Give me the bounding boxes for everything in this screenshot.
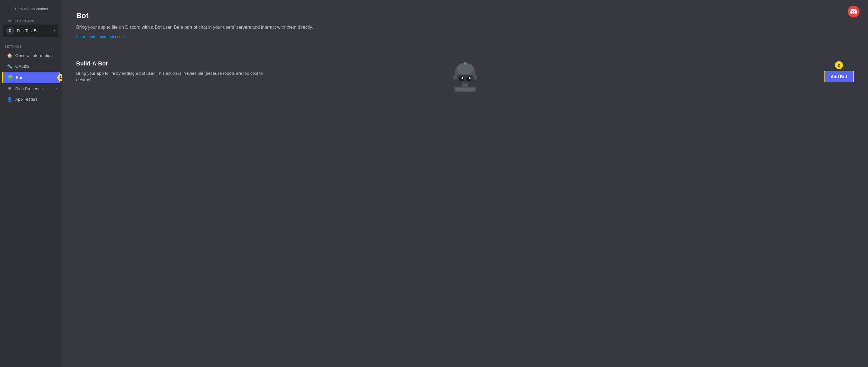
main-content: Bot Bring your app to life on Discord wi… [62, 0, 868, 367]
back-label: ← Back to Applications [10, 7, 48, 11]
svg-point-7 [469, 77, 470, 79]
sidebar-item-app-testers[interactable]: 👤 App Testers [2, 94, 60, 104]
add-bot-wrapper: 2 Add Bot [824, 61, 854, 82]
svg-point-8 [462, 82, 464, 84]
settings-label: SETTINGS [0, 43, 62, 50]
svg-rect-15 [474, 75, 477, 79]
badge-2: 2 [835, 61, 843, 69]
page-description: Bring your app to life on Discord with a… [76, 24, 330, 31]
svg-rect-13 [456, 88, 474, 91]
svg-point-4 [459, 76, 464, 81]
sidebar-item-bot[interactable]: 🧩 Bot 1 [2, 72, 60, 83]
svg-point-10 [467, 82, 468, 84]
svg-point-9 [464, 82, 466, 84]
svg-point-5 [466, 76, 471, 81]
build-a-bot-title: Build-A-Bot [76, 60, 274, 67]
sidebar-item-label: General Information [15, 53, 57, 58]
sidebar: ← ← Back to Applications SELECTED APP D … [0, 0, 62, 367]
selected-app-section: SELECTED APP D D++ Test Bot ▾ [0, 16, 62, 41]
sidebar-item-label: Bot [16, 75, 56, 80]
svg-point-2 [464, 62, 467, 65]
avatar: D [6, 27, 14, 35]
page-title: Bot [76, 11, 854, 20]
puzzle-icon: 🧩 [7, 75, 13, 80]
selected-app-label: SELECTED APP [3, 17, 58, 25]
sidebar-item-oauth2[interactable]: 🔧 OAuth2 [2, 61, 60, 71]
sidebar-item-label: OAuth2 [15, 64, 57, 69]
chevron-down-icon: ▾ [54, 29, 56, 33]
build-a-bot-section: Build-A-Bot Bring your app to life by ad… [76, 60, 854, 83]
build-a-bot-content: Build-A-Bot Bring your app to life by ad… [76, 60, 274, 83]
settings-section: SETTINGS 🏠 General Information 🔧 OAuth2 … [0, 41, 62, 106]
back-to-applications-link[interactable]: ← ← Back to Applications [0, 5, 62, 16]
robot-illustration [445, 58, 485, 95]
discord-logo [848, 6, 860, 18]
app-selector-dropdown[interactable]: D D++ Test Bot ▾ [3, 25, 58, 37]
svg-point-6 [462, 77, 463, 79]
sidebar-item-label: Rich Presence [15, 86, 53, 91]
build-a-bot-description: Bring your app to life by adding a bot u… [76, 70, 274, 83]
wrench-icon: 🔧 [7, 64, 12, 69]
app-name: D++ Test Bot [17, 29, 51, 33]
person-icon: 👤 [7, 97, 12, 102]
chevron-right-icon: › [56, 87, 57, 91]
svg-point-1 [457, 63, 473, 74]
back-arrow-icon: ← [4, 7, 8, 11]
sidebar-item-general-information[interactable]: 🏠 General Information [2, 50, 60, 61]
home-icon: 🏠 [7, 53, 12, 58]
list-icon: ≡ [7, 86, 12, 91]
sidebar-item-label: App Testers [15, 97, 57, 102]
add-bot-button[interactable]: Add Bot [824, 71, 854, 82]
learn-more-link[interactable]: Learn more about bot users [76, 34, 125, 39]
sidebar-item-rich-presence[interactable]: ≡ Rich Presence › [2, 84, 60, 94]
svg-rect-14 [453, 75, 457, 79]
svg-rect-11 [462, 85, 468, 87]
